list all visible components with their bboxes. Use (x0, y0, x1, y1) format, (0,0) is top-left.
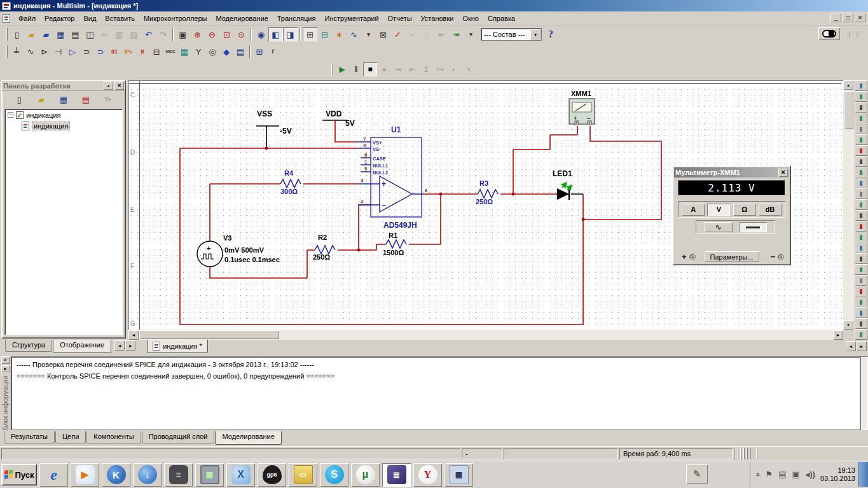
tab-structure[interactable]: Структура (5, 340, 52, 352)
vdd-value[interactable]: 5V (345, 119, 355, 128)
grapher-dropdown-icon[interactable]: ▾ (361, 27, 376, 41)
cut-icon[interactable]: ✂ (97, 27, 112, 41)
menu-item-1[interactable]: Редактор (40, 13, 79, 24)
v3-refdes[interactable]: V3 (223, 234, 231, 242)
log-scrollbar[interactable] (860, 356, 868, 430)
doc-scroll-left-button[interactable]: ◄ (846, 341, 856, 351)
cmos-component-icon[interactable]: ⊃ (93, 45, 107, 59)
vss-value[interactable]: -5V (280, 127, 292, 136)
scroll-up-button[interactable]: ▲ (843, 80, 853, 90)
run-to-cursor-icon[interactable]: ↦ (433, 62, 447, 76)
design-toolbox-toggle-icon[interactable]: ◧ (268, 27, 283, 41)
erc-check-icon[interactable]: ✓ (390, 27, 405, 41)
led1-refdes[interactable]: LED1 (553, 169, 572, 178)
tray-clock[interactable]: 19:13 03.10.2013 (820, 466, 855, 483)
network-analyzer-icon[interactable]: ▮ (855, 221, 867, 232)
notes-tray-icon[interactable]: ✎ (686, 464, 708, 484)
open-file-icon[interactable]: ▰ (24, 27, 39, 41)
tab-results[interactable]: Результаты (4, 431, 55, 443)
copy-icon[interactable]: ▥ (112, 27, 127, 41)
postprocessor-icon[interactable]: ⊠ (376, 27, 390, 41)
tree-checkbox-icon[interactable]: ✓ (16, 111, 24, 119)
print-icon[interactable]: ▤ (68, 27, 83, 41)
zoom-out-icon[interactable]: ⊖ (205, 27, 219, 41)
u1-part-number[interactable]: AD549JH (383, 221, 417, 230)
calculator-icon[interactable]: ▦ (444, 463, 473, 487)
tray-volume-icon[interactable]: ◂)) (806, 470, 815, 479)
forward-annotate-dropdown-icon[interactable]: ▾ (464, 27, 478, 41)
probe-icon[interactable]: ◉ (254, 27, 268, 41)
menu-item-2[interactable]: Вид (79, 13, 100, 24)
pause-at-breakpoint-icon[interactable]: ◐ (447, 62, 461, 76)
panel-te-icon[interactable]: Te (100, 92, 115, 106)
tray-chevron-icon[interactable]: » (754, 472, 761, 476)
multimeter-titlebar[interactable]: Мультиметр-XMM1 ✕ (674, 167, 789, 178)
dc-mode-button[interactable] (739, 222, 767, 232)
design-tree-child-row[interactable]: индикация (5, 120, 122, 131)
xnview-icon[interactable]: X (226, 463, 255, 487)
spreadsheet-toggle-icon[interactable]: ◨ (283, 27, 298, 41)
wmp-icon[interactable]: ▶ (71, 463, 99, 487)
paste-icon[interactable]: ▧ (127, 27, 141, 41)
r3-value[interactable]: 250Ω (476, 198, 493, 206)
instrument-extra-icon[interactable]: ▮ (855, 318, 867, 329)
r2-value[interactable]: 250Ω (313, 253, 330, 261)
ohm-mode-button[interactable]: Ω (733, 204, 756, 216)
panel-save-icon[interactable]: ▦ (56, 92, 71, 106)
vertical-scroll-thumb[interactable] (844, 91, 853, 129)
toolbar-handle[interactable] (6, 28, 8, 41)
tree-collapse-icon[interactable]: − (8, 112, 13, 118)
power-component-icon[interactable]: ⊟ (149, 45, 163, 59)
distortion-analyzer-icon[interactable]: ▮ (855, 199, 867, 210)
mdi-minimize-button[interactable]: _ (830, 13, 841, 22)
minus-terminal-icon[interactable] (778, 254, 784, 260)
analog-component-icon[interactable]: ▷ (65, 45, 79, 59)
stop-simulation-icon[interactable]: ■ (363, 62, 377, 76)
spectrum-analyzer-icon[interactable]: ▮ (855, 210, 867, 221)
mdi-restore-button[interactable]: □ (843, 13, 853, 22)
run-simulation-icon[interactable]: ▶ (335, 62, 349, 76)
diode-component-icon[interactable]: ⊳ (38, 45, 52, 59)
variant-combobox[interactable]: --- Состав --- ▼ (481, 28, 542, 41)
u1-refdes[interactable]: U1 (391, 125, 401, 134)
v3-value-line1[interactable]: 0mV 500mV (224, 246, 264, 254)
instrument-extra2-icon[interactable]: ▮ (855, 329, 867, 340)
agilent-oscilloscope-icon[interactable]: ▮ (855, 253, 867, 264)
menu-item-9[interactable]: Установки (417, 13, 458, 24)
menu-item-0[interactable]: Файл (14, 13, 40, 24)
pause-simulation-icon[interactable]: ‖ (349, 62, 363, 76)
panel-minimize-button[interactable]: ▲ (104, 81, 113, 90)
menu-item-11[interactable]: Справка (483, 13, 520, 24)
step-into-icon[interactable]: ⇥ (391, 62, 405, 76)
menu-item-6[interactable]: Трансляция (273, 13, 320, 24)
panel-new-icon[interactable]: ▯ (12, 92, 27, 106)
tab-components[interactable]: Компоненты (86, 431, 141, 443)
volt-mode-button[interactable]: V (707, 204, 730, 216)
hierarchical-block-icon[interactable]: ⊞ (252, 45, 266, 59)
step-out-icon[interactable]: ↥ (419, 62, 433, 76)
ac-mode-button[interactable]: ∿ (705, 222, 733, 232)
system-monitor-icon[interactable]: ▦ (195, 463, 224, 487)
r2-refdes[interactable]: R2 (318, 234, 327, 241)
canvas-horizontal-scrollbar[interactable]: ◄ ► (128, 330, 843, 340)
bus-icon[interactable]: Г (266, 45, 280, 59)
source-component-icon[interactable]: ┷ (10, 45, 24, 59)
zoom-area-icon[interactable]: ⊡ (219, 27, 234, 41)
step-over-icon[interactable]: ⇤ (405, 62, 419, 76)
multimeter-instrument-icon[interactable]: ▮ (855, 80, 867, 91)
iv-analyzer-icon[interactable]: ▮ (855, 188, 867, 199)
ampere-mode-button[interactable]: A (682, 204, 705, 216)
tray-power-icon[interactable]: ▤ (778, 470, 786, 479)
word-generator-icon[interactable]: ▮ (855, 156, 867, 167)
explorer-folder-icon[interactable]: ▭ (289, 463, 317, 487)
tab-scroll-right-button[interactable]: ► (125, 340, 135, 351)
parameters-button[interactable]: Параметры... (705, 251, 759, 262)
tab-copper-layer[interactable]: Проводящий слой (142, 431, 215, 443)
start-button[interactable]: Пуск (1, 464, 37, 485)
multisim-taskbar-icon[interactable]: ≣ (382, 463, 411, 487)
zoom-fit-icon[interactable]: ⊙ (234, 27, 249, 41)
function-generator-icon[interactable]: ▮ (855, 91, 867, 102)
mcu-component-icon[interactable]: ▤ (233, 45, 247, 59)
r4-refdes[interactable]: R4 (284, 169, 293, 177)
menu-item-7[interactable]: Инструментарий (320, 13, 383, 24)
